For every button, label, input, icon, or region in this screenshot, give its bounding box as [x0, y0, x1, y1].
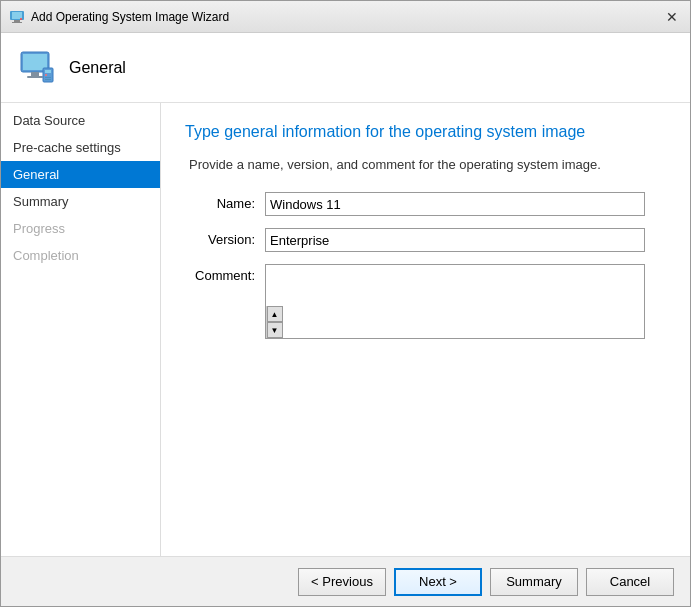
wizard-window: Add Operating System Image Wizard ✕ Gene… — [0, 0, 691, 607]
sidebar-item-summary[interactable]: Summary — [1, 188, 160, 215]
name-input[interactable] — [265, 192, 645, 216]
svg-rect-1 — [12, 12, 22, 19]
header-title: General — [69, 59, 126, 77]
next-button[interactable]: Next > — [394, 568, 482, 596]
version-label: Version: — [185, 228, 265, 247]
svg-rect-12 — [45, 77, 51, 78]
wizard-header: General — [1, 33, 690, 103]
wizard-body: Data Source Pre-cache settings General S… — [1, 103, 690, 556]
summary-button[interactable]: Summary — [490, 568, 578, 596]
svg-rect-10 — [45, 70, 51, 73]
sidebar-item-progress: Progress — [1, 215, 160, 242]
comment-label: Comment: — [185, 264, 265, 283]
svg-rect-3 — [12, 22, 22, 23]
scrollbar-up[interactable]: ▲ — [267, 306, 283, 322]
previous-button[interactable]: < Previous — [298, 568, 386, 596]
comment-textarea[interactable] — [266, 265, 644, 306]
title-bar-title: Add Operating System Image Wizard — [31, 10, 229, 24]
comment-row: Comment: ▲ ▼ — [185, 264, 666, 339]
comment-textarea-wrapper: ▲ ▼ — [265, 264, 645, 339]
sidebar-item-general[interactable]: General — [1, 161, 160, 188]
svg-point-11 — [45, 74, 47, 76]
title-bar: Add Operating System Image Wizard ✕ — [1, 1, 690, 33]
version-row: Version: — [185, 228, 666, 252]
scrollbar-down[interactable]: ▼ — [267, 322, 283, 338]
sidebar-item-data-source[interactable]: Data Source — [1, 107, 160, 134]
svg-point-4 — [20, 18, 22, 20]
name-row: Name: — [185, 192, 666, 216]
content-area: Type general information for the operati… — [161, 103, 690, 556]
name-label: Name: — [185, 192, 265, 211]
svg-rect-7 — [31, 72, 39, 76]
content-heading: Type general information for the operati… — [185, 123, 666, 141]
svg-rect-13 — [45, 79, 51, 80]
wizard-footer: < Previous Next > Summary Cancel — [1, 556, 690, 606]
header-icon — [17, 48, 57, 88]
sidebar-item-completion: Completion — [1, 242, 160, 269]
title-bar-left: Add Operating System Image Wizard — [9, 9, 229, 25]
cancel-button[interactable]: Cancel — [586, 568, 674, 596]
svg-rect-2 — [14, 20, 20, 22]
title-bar-icon — [9, 9, 25, 25]
svg-rect-8 — [27, 76, 43, 78]
close-button[interactable]: ✕ — [662, 7, 682, 27]
content-description: Provide a name, version, and comment for… — [185, 157, 666, 172]
sidebar: Data Source Pre-cache settings General S… — [1, 103, 161, 556]
sidebar-item-pre-cache-settings[interactable]: Pre-cache settings — [1, 134, 160, 161]
comment-scrollbar[interactable]: ▲ ▼ — [266, 306, 282, 338]
version-input[interactable] — [265, 228, 645, 252]
